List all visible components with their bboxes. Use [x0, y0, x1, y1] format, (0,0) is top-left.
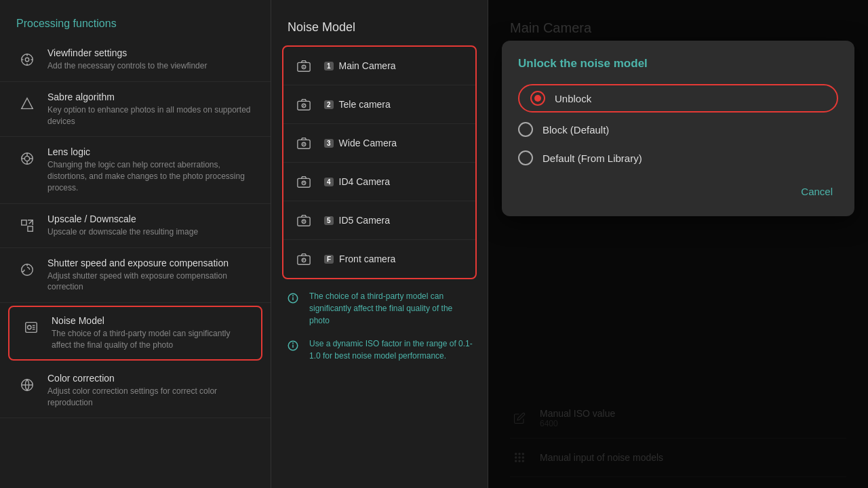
svg-point-19 — [28, 325, 32, 329]
shutter-desc: Adjust shutter speed with exposure compe… — [47, 270, 254, 293]
cancel-button[interactable]: Cancel — [795, 183, 838, 200]
camera-list: 1 1 Main Camera 2 2 Tele camera 3 3 Wide — [282, 45, 477, 279]
camera-item-id5[interactable]: 5 5 ID5 Camera — [283, 201, 475, 240]
camera-item-wide[interactable]: 3 3 Wide Camera — [283, 124, 475, 163]
block-radio — [518, 122, 533, 137]
info-section: The choice of a third-party model can si… — [271, 279, 488, 378]
dialog-option-block[interactable]: Block (Default) — [518, 115, 838, 144]
menu-item-shutter[interactable]: Shutter speed and exposure compensation … — [0, 248, 271, 304]
left-menu: Viewfinder settings Add the necessary co… — [0, 38, 271, 418]
id5-badge: 5 — [324, 216, 334, 225]
menu-item-noise[interactable]: Noise Model The choice of a third-party … — [8, 306, 262, 361]
id4-camera-icon: 4 — [294, 172, 313, 191]
tele-camera-icon: 2 — [294, 95, 313, 114]
sabre-title: Sabre algorithm — [47, 92, 254, 102]
dialog-option-default[interactable]: Default (From Library) — [518, 144, 838, 172]
svg-point-45 — [293, 296, 294, 296]
front-camera-icon: F — [294, 249, 313, 268]
svg-text:1: 1 — [302, 64, 304, 68]
lens-desc: Changing the logic can help correct aber… — [47, 159, 254, 193]
noise-text: Noise Model The choice of a third-party … — [52, 315, 250, 351]
left-panel-title: Processing functions — [0, 7, 271, 38]
id5-camera-icon: 5 — [294, 211, 313, 230]
middle-panel-title: Noise Model — [271, 7, 488, 45]
front-badge: F — [324, 255, 334, 264]
menu-item-lens[interactable]: Lens logic Changing the logic can help c… — [0, 137, 271, 203]
dialog-options: Unblock Block (Default) Default (From Li… — [518, 84, 838, 172]
info-icon-0 — [285, 290, 301, 306]
noise-icon — [20, 317, 42, 338]
left-panel: Processing functions Viewfinder settings… — [0, 0, 271, 488]
viewfinder-text: Viewfinder settings Add the necessary co… — [47, 47, 254, 72]
sabre-desc: Key option to enhance photos in all mode… — [47, 104, 254, 127]
block-label: Block (Default) — [542, 124, 609, 136]
color-desc: Adjust color correction settings for cor… — [47, 386, 254, 409]
lens-text: Lens logic Changing the logic can help c… — [47, 146, 254, 193]
default-label: Default (From Library) — [542, 152, 642, 164]
dialog-title: Unlock the noise model — [518, 57, 838, 70]
main-badge: 1 — [324, 62, 334, 70]
info-icon-1 — [285, 338, 301, 354]
right-panel: Main Camera Unlock the noise model Unblo… — [488, 0, 868, 488]
info-text-0: The choice of a third-party model can si… — [309, 290, 474, 327]
svg-rect-14 — [28, 226, 33, 231]
wide-name: Wide Camera — [339, 138, 397, 148]
menu-item-viewfinder[interactable]: Viewfinder settings Add the necessary co… — [0, 38, 271, 82]
unblock-label: Unblock — [555, 93, 591, 104]
upscale-desc: Upscale or downscale the resulting image — [47, 226, 254, 238]
main-name: Main Camera — [339, 60, 396, 71]
viewfinder-icon — [16, 49, 38, 70]
wide-badge: 3 — [324, 139, 334, 148]
middle-panel: Noise Model 1 1 Main Camera 2 2 Tele cam… — [271, 0, 488, 488]
info-text-1: Use a dynamic ISO factor in the range of… — [309, 338, 474, 362]
menu-item-color[interactable]: Color correction Adjust color correction… — [0, 363, 271, 419]
wide-camera-icon: 3 — [294, 134, 313, 152]
camera-item-id4[interactable]: 4 4 ID4 Camera — [283, 163, 475, 201]
lens-icon — [16, 148, 38, 169]
info-item-0: The choice of a third-party model can si… — [285, 290, 474, 327]
svg-point-1 — [25, 58, 29, 62]
dialog-option-unblock[interactable]: Unblock — [518, 84, 838, 113]
default-radio — [518, 150, 533, 165]
svg-text:F: F — [302, 258, 305, 262]
camera-item-tele[interactable]: 2 2 Tele camera — [283, 85, 475, 124]
svg-point-48 — [293, 343, 294, 344]
viewfinder-title: Viewfinder settings — [47, 47, 254, 58]
svg-text:4: 4 — [302, 180, 305, 184]
shutter-icon — [16, 259, 38, 281]
tele-badge: 2 — [324, 100, 334, 109]
unblock-radio — [530, 91, 545, 106]
menu-item-upscale[interactable]: Upscale / Downscale Upscale or downscale… — [0, 204, 271, 248]
svg-point-8 — [24, 157, 29, 161]
svg-marker-6 — [22, 98, 33, 109]
color-title: Color correction — [47, 373, 254, 384]
lens-title: Lens logic — [47, 146, 254, 157]
svg-text:3: 3 — [302, 142, 304, 146]
upscale-title: Upscale / Downscale — [47, 214, 254, 224]
id5-name: ID5 Camera — [339, 215, 390, 226]
color-icon — [16, 374, 38, 396]
sabre-icon — [16, 93, 38, 115]
menu-item-sabre[interactable]: Sabre algorithm Key option to enhance ph… — [0, 82, 271, 138]
color-text: Color correction Adjust color correction… — [47, 373, 254, 409]
svg-text:2: 2 — [302, 103, 304, 107]
shutter-text: Shutter speed and exposure compensation … — [47, 258, 254, 293]
main-camera-icon: 1 — [294, 56, 313, 75]
camera-item-main[interactable]: 1 1 Main Camera — [283, 47, 475, 85]
upscale-text: Upscale / Downscale Upscale or downscale… — [47, 214, 254, 238]
viewfinder-desc: Add the necessary controls to the viewfi… — [47, 60, 254, 72]
upscale-icon — [16, 215, 38, 237]
shutter-title: Shutter speed and exposure compensation — [47, 258, 254, 268]
dialog-box: Unlock the noise model Unblock Block (De… — [502, 41, 854, 216]
sabre-text: Sabre algorithm Key option to enhance ph… — [47, 92, 254, 127]
noise-desc: The choice of a third-party model can si… — [52, 328, 250, 351]
front-name: Front camera — [339, 253, 395, 264]
svg-rect-13 — [22, 220, 26, 225]
id4-name: ID4 Camera — [339, 176, 390, 187]
info-item-1: Use a dynamic ISO factor in the range of… — [285, 338, 474, 362]
noise-title: Noise Model — [52, 315, 250, 326]
svg-text:5: 5 — [302, 219, 304, 223]
tele-name: Tele camera — [339, 99, 391, 110]
camera-item-front[interactable]: F F Front camera — [283, 240, 475, 278]
svg-line-15 — [29, 220, 33, 224]
